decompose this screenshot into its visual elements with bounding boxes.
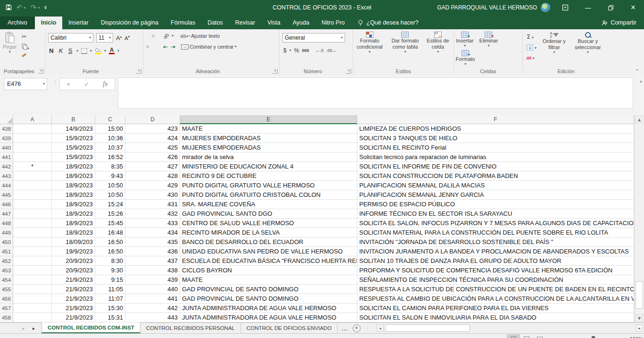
cell-A453[interactable] bbox=[13, 266, 52, 275]
cancel-entry-icon[interactable]: × bbox=[67, 81, 71, 88]
underline-button[interactable]: S bbox=[67, 47, 74, 54]
find-select-button[interactable]: Buscar y seleccionar ▾ bbox=[571, 29, 605, 54]
zoom-out-icon[interactable]: − bbox=[561, 336, 563, 338]
cell-A451[interactable] bbox=[13, 247, 52, 256]
cell-A455[interactable] bbox=[13, 285, 52, 294]
cell-F443[interactable]: SOLICITAN CONSTRUCCION DE PLATAFORMA BAD… bbox=[357, 171, 634, 181]
insert-cells-button[interactable]: + Insertar ▾ bbox=[454, 29, 476, 48]
thousands-format-button[interactable]: 000 bbox=[302, 48, 309, 53]
sheet-tab-overflow[interactable]: ... bbox=[341, 324, 347, 332]
cell-B439[interactable]: 15/9/2023 bbox=[52, 134, 95, 143]
cell-D444[interactable]: 429 bbox=[125, 181, 180, 190]
cell-F439[interactable]: SOLICITAN 3 TANQUES DE HIELO bbox=[357, 134, 634, 143]
scroll-left-icon[interactable]: ◂ bbox=[377, 324, 384, 332]
row-header-445[interactable]: 445 bbox=[0, 190, 13, 200]
cell-D440[interactable]: 425 bbox=[125, 143, 180, 152]
row-header-451[interactable]: 451 bbox=[0, 247, 13, 256]
cell-A441[interactable] bbox=[13, 152, 52, 162]
formula-input[interactable] bbox=[118, 77, 633, 109]
paste-button[interactable]: Pegar ▾ bbox=[3, 29, 17, 54]
cell-A438[interactable] bbox=[13, 124, 52, 134]
align-center-icon[interactable] bbox=[152, 45, 155, 48]
sheet-tab-control-de-oficios-enviado[interactable]: CONTROL DE OFICIOS ENVIADO bbox=[241, 323, 338, 333]
menu-tab-disposici-n-de-p-gina[interactable]: Disposición de página bbox=[95, 17, 165, 29]
cut-icon[interactable]: ✂ bbox=[22, 33, 29, 40]
menu-tab-revisar[interactable]: Revisar bbox=[229, 17, 261, 29]
cell-D452[interactable]: 437 bbox=[125, 256, 180, 266]
row-header-454[interactable]: 454 bbox=[0, 275, 13, 285]
cell-F458[interactable]: SOLICITAN EL SALON E INMOVILIARIA PARA E… bbox=[357, 313, 634, 322]
cell-B448[interactable]: 18/9/2023 bbox=[52, 219, 95, 228]
cell-B446[interactable]: 18/9/2023 bbox=[52, 200, 95, 209]
decrease-font-icon[interactable]: A▾ bbox=[124, 35, 130, 41]
cell-C447[interactable]: 15:26 bbox=[95, 209, 125, 219]
cell-E443[interactable]: RECINTO 9 DE OCTUBRE bbox=[180, 171, 357, 181]
currency-format-button[interactable]: $ bbox=[283, 47, 287, 54]
vertical-scrollbar[interactable]: ▲ ▼ bbox=[634, 115, 644, 322]
cell-B455[interactable]: 21/9/2023 bbox=[52, 285, 95, 294]
cell-D447[interactable]: 432 bbox=[125, 209, 180, 219]
cell-F455[interactable]: RESPUESTA A LA SOLICITUD DE CONSTRUCCION… bbox=[357, 285, 634, 294]
cell-E448[interactable]: CENTRO DE SALUD VALLE HERMOSO bbox=[180, 219, 357, 228]
cell-B444[interactable]: 18/9/2023 bbox=[52, 181, 95, 190]
cell-E444[interactable]: PUNTO DIGITAL GRATUITO VALLE HERMOSO bbox=[180, 181, 357, 190]
align-left-icon[interactable] bbox=[146, 45, 149, 48]
cell-B458[interactable]: 21/9/2023 bbox=[52, 313, 95, 322]
cell-A444[interactable] bbox=[13, 181, 52, 190]
cell-A442[interactable]: * bbox=[13, 162, 52, 171]
cell-C440[interactable]: 10:37 bbox=[95, 143, 125, 152]
cell-B453[interactable]: 20/9/2023 bbox=[52, 266, 95, 275]
menu-tab-ayuda[interactable]: Ayuda bbox=[287, 17, 315, 29]
cell-D439[interactable]: 424 bbox=[125, 134, 180, 143]
cell-E451[interactable]: UNIDAD EDUCATIVA SAN PEDRO DE VALLE HERM… bbox=[180, 247, 357, 256]
cell-B445[interactable]: 18/9/2023 bbox=[52, 190, 95, 200]
menu-tab-inicio[interactable]: Inicio bbox=[35, 17, 63, 29]
row-header-456[interactable]: 456 bbox=[0, 294, 13, 304]
cell-B438[interactable]: 14/9/2023 bbox=[52, 124, 95, 134]
dialog-launcher-icon[interactable]: ↘ bbox=[38, 68, 43, 74]
copy-icon[interactable]: ▾ bbox=[22, 43, 29, 51]
cell-F442[interactable]: SOLICITAN EL INFORME DE FIN DE CONVENIO bbox=[357, 162, 634, 171]
cell-F451[interactable]: INVITACION JURAMENTO A LA BANDEA Y PROCL… bbox=[357, 247, 634, 256]
horizontal-scrollbar-thumb[interactable] bbox=[385, 324, 470, 332]
font-family-combo[interactable]: Calibri▾ bbox=[48, 33, 93, 42]
decrease-decimal-button[interactable]: .00→ bbox=[326, 48, 337, 53]
cell-C453[interactable]: 9:30 bbox=[95, 266, 125, 275]
column-header-E[interactable]: E bbox=[180, 115, 357, 124]
cell-E454[interactable]: MAATE bbox=[180, 275, 357, 285]
column-header-D[interactable]: D bbox=[125, 115, 180, 124]
column-header-B[interactable]: B bbox=[52, 115, 95, 124]
sheet-nav-prev-icon[interactable]: ◂ bbox=[22, 326, 24, 331]
cell-D456[interactable]: 441 bbox=[125, 294, 180, 304]
cell-A443[interactable] bbox=[13, 171, 52, 181]
cell-A454[interactable] bbox=[13, 275, 52, 285]
orientation-icon[interactable]: ab bbox=[162, 32, 170, 40]
cell-E441[interactable]: mirador de la selva bbox=[180, 152, 357, 162]
row-header-457[interactable]: 457 bbox=[0, 304, 13, 313]
cell-A458[interactable] bbox=[13, 313, 52, 322]
cell-D438[interactable]: 423 bbox=[125, 124, 180, 134]
borders-icon[interactable] bbox=[81, 48, 87, 54]
cell-F453[interactable]: PROFORMA Y SOLICITUD DE COMPETENCIA DESA… bbox=[357, 266, 634, 275]
cell-D451[interactable]: 436 bbox=[125, 247, 180, 256]
cell-F444[interactable]: PLANIFICACION SEMANAL DALILA MACIAS bbox=[357, 181, 634, 190]
wrap-text-button[interactable]: ab↩ Ajustar texto bbox=[180, 33, 220, 39]
column-header-C[interactable]: C bbox=[95, 115, 125, 124]
cell-B454[interactable]: 21/9/2023 bbox=[52, 275, 95, 285]
cell-F449[interactable]: SOLICITAN MATERIAL PARA LA CONSTRUCCIÓN … bbox=[357, 228, 634, 237]
zoom-level[interactable]: 100% bbox=[630, 336, 643, 338]
cell-F440[interactable]: SOLICITAN EL RECINTO Ferial bbox=[357, 143, 634, 152]
cell-B441[interactable]: 15/9/2023 bbox=[52, 152, 95, 162]
row-header-453[interactable]: 453 bbox=[0, 266, 13, 275]
zoom-in-icon[interactable]: + bbox=[623, 336, 626, 338]
fill-color-icon[interactable] bbox=[95, 48, 101, 54]
cell-A449[interactable] bbox=[13, 228, 52, 237]
minimize-button[interactable]: — bbox=[580, 0, 596, 15]
cell-D442[interactable]: 427 bbox=[125, 162, 180, 171]
cell-C451[interactable]: 16:50 bbox=[95, 247, 125, 256]
fill-button[interactable]: ↓ ▾ bbox=[527, 42, 537, 51]
percent-format-button[interactable]: % bbox=[294, 47, 299, 54]
number-format-combo[interactable]: General▾ bbox=[282, 33, 345, 42]
cell-A445[interactable] bbox=[13, 190, 52, 200]
view-page-layout-button[interactable] bbox=[520, 334, 533, 338]
